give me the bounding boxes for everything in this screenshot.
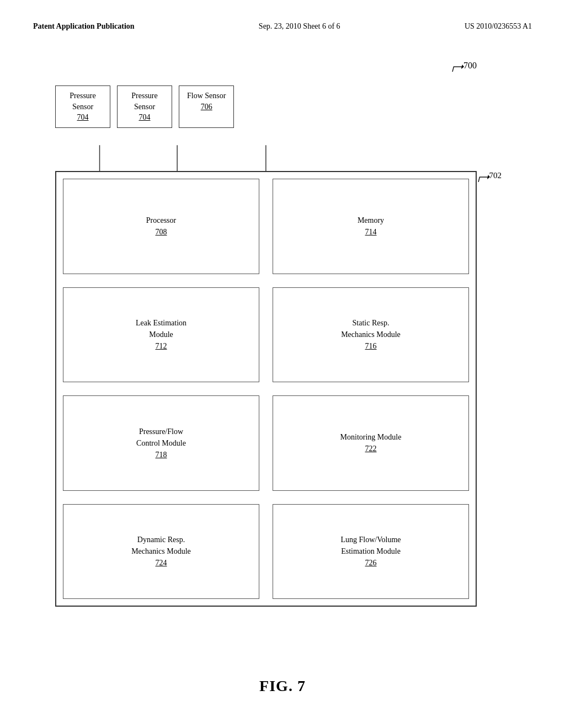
static-resp-ref: 716 xyxy=(365,340,377,352)
flow-sensor-ref: 706 xyxy=(201,103,212,111)
processor-label: Processor xyxy=(146,215,176,226)
pressure-sensor-2-label: PressureSensor xyxy=(125,90,164,112)
leak-estimation-ref: 712 xyxy=(156,340,167,352)
main-system-box: Processor 708 Memory 714 Leak Estimation… xyxy=(55,171,477,607)
header-left: Patent Application Publication xyxy=(33,22,135,31)
figure-label: FIG. 7 xyxy=(0,677,565,695)
pressure-sensor-2-ref: 704 xyxy=(139,113,151,121)
dynamic-resp-ref: 724 xyxy=(156,557,167,569)
monitoring-label: Monitoring Module xyxy=(340,431,402,443)
pressure-sensor-1-label: PressureSensor xyxy=(63,90,102,112)
pressure-flow-label: Pressure/FlowControl Module xyxy=(136,426,186,449)
pressure-sensor-1: PressureSensor 704 xyxy=(55,85,110,128)
leak-estimation-label: Leak EstimationModule xyxy=(136,317,186,340)
pressure-flow-module: Pressure/FlowControl Module 718 xyxy=(63,395,259,491)
pressure-sensor-1-ref: 704 xyxy=(77,113,89,121)
ref-700-label: ⮣ 700 xyxy=(451,61,477,75)
leak-estimation-module: Leak EstimationModule 712 xyxy=(63,287,259,383)
dynamic-resp-label: Dynamic Resp.Mechanics Module xyxy=(131,534,191,557)
sensors-row: PressureSensor 704 PressureSensor 704 Fl… xyxy=(55,85,234,128)
flow-sensor: Flow Sensor 706 xyxy=(179,85,234,128)
monitoring-ref: 722 xyxy=(365,443,377,454)
memory-module: Memory 714 xyxy=(273,179,469,274)
flow-sensor-label: Flow Sensor xyxy=(187,90,226,101)
memory-label: Memory xyxy=(358,215,384,226)
ref-702-number: 702 xyxy=(489,171,502,180)
page-header: Patent Application Publication Sep. 23, … xyxy=(33,22,532,31)
processor-ref: 708 xyxy=(156,226,167,238)
dynamic-resp-module: Dynamic Resp.Mechanics Module 724 xyxy=(63,504,259,599)
static-resp-module: Static Resp.Mechanics Module 716 xyxy=(273,287,469,383)
header-center: Sep. 23, 2010 Sheet 6 of 6 xyxy=(259,22,340,31)
lung-flow-ref: 726 xyxy=(365,557,377,569)
static-resp-label: Static Resp.Mechanics Module xyxy=(341,317,401,340)
lung-flow-label: Lung Flow/VolumeEstimation Module xyxy=(340,534,401,557)
ref-702-bracket: ⮣ xyxy=(477,171,489,185)
module-grid: Processor 708 Memory 714 Leak Estimation… xyxy=(56,172,476,606)
ref-700-number: 700 xyxy=(463,61,477,71)
header-right: US 2010/0236553 A1 xyxy=(465,22,532,31)
processor-module: Processor 708 xyxy=(63,179,259,274)
pressure-sensor-2: PressureSensor 704 xyxy=(117,85,172,128)
diagram-container: ⮣ 700 PressureSensor 704 PressureSensor … xyxy=(33,55,532,618)
monitoring-module: Monitoring Module 722 xyxy=(273,395,469,491)
memory-ref: 714 xyxy=(365,226,377,238)
ref-700-arrow: ⮣ xyxy=(451,61,463,75)
ref-702-label: ⮣ 702 xyxy=(477,171,502,185)
lung-flow-module: Lung Flow/VolumeEstimation Module 726 xyxy=(273,504,469,599)
pressure-flow-ref: 718 xyxy=(156,449,167,461)
